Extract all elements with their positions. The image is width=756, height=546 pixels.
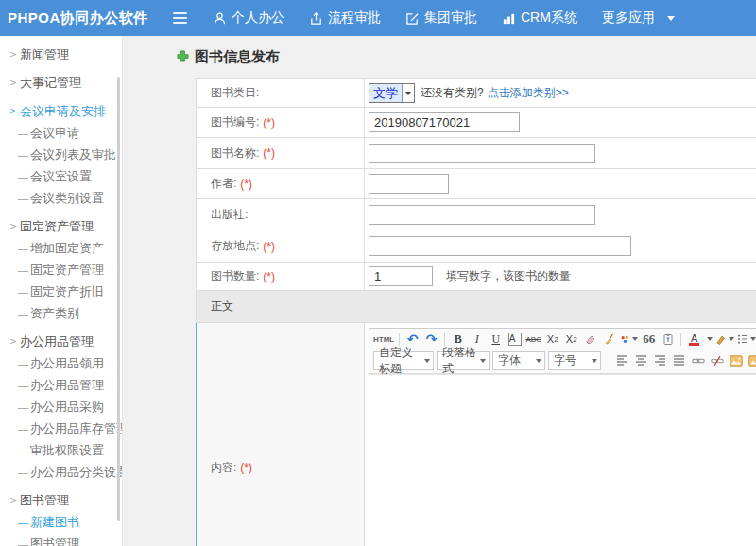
row-publisher: 出版社:	[196, 199, 756, 230]
font-size-select[interactable]: 字号	[548, 351, 601, 370]
sidebar-item[interactable]: ＞办公用品管理	[0, 331, 122, 352]
row-content: 内容:(*) HTML ↶ ↷ B I U A	[196, 323, 756, 546]
hamburger-menu-icon[interactable]	[173, 12, 187, 24]
sidebar-item[interactable]: ＞图书管理	[0, 489, 122, 511]
image-icon[interactable]	[728, 352, 744, 369]
quantity-input[interactable]	[369, 266, 433, 286]
align-justify-icon[interactable]	[671, 352, 687, 369]
align-right-icon[interactable]	[652, 352, 668, 369]
nav-more-apps[interactable]: 更多应用	[602, 9, 675, 26]
sidebar-item[interactable]: —新建图书	[0, 511, 122, 533]
strikethrough-button[interactable]: ABC	[525, 331, 541, 348]
dash-icon: —	[18, 358, 30, 369]
sidebar-item[interactable]: —固定资产管理	[0, 259, 122, 281]
unlink-icon[interactable]	[709, 352, 725, 369]
sidebar-item[interactable]: —固定资产折旧	[0, 281, 122, 302]
font-family-select[interactable]: 字体	[492, 351, 545, 370]
redo-icon[interactable]: ↷	[423, 331, 439, 348]
subscript-button[interactable]: X2	[563, 331, 579, 348]
quantity-hint: 填写数字，该图书的数量	[446, 268, 571, 284]
top-nav: 个人办公 流程审批 集团审批 CRM系统 更多应用	[213, 0, 675, 36]
user-icon	[213, 11, 227, 26]
link-icon[interactable]	[690, 352, 706, 369]
sidebar-item-label: 固定资产管理	[20, 218, 94, 235]
sidebar-item-label: 会议室设置	[30, 168, 92, 185]
sidebar-item[interactable]: —会议类别设置	[0, 187, 122, 209]
paragraph-format-select[interactable]: 段落格式	[437, 351, 490, 370]
ordered-list-dropdown[interactable]	[737, 331, 756, 348]
row-book-no: 图书编号:(*)	[196, 108, 756, 138]
book-name-input[interactable]	[369, 144, 595, 163]
sidebar-item[interactable]: —办公用品分类设置	[0, 461, 122, 483]
chevron-right-icon: ＞	[8, 103, 20, 119]
nav-workflow-approval[interactable]: 流程审批	[309, 9, 381, 26]
dash-icon: —	[18, 149, 30, 161]
sidebar-item[interactable]: —办公用品库存管理	[0, 418, 122, 439]
heading-select[interactable]: 自定义标题	[373, 351, 434, 370]
main-content: 图书信息发布 图书类目: 文学 还没有类别? 点击添加类别>> 图书编号:(*)	[123, 36, 756, 546]
nav-group-approval[interactable]: 集团审批	[405, 9, 477, 26]
blockquote-button[interactable]: 66	[641, 331, 657, 348]
underline-button[interactable]: U	[488, 331, 504, 348]
sidebar-item[interactable]: —图书管理	[0, 533, 122, 546]
superscript-button[interactable]: X2	[544, 331, 560, 348]
format-brush-icon[interactable]	[601, 331, 617, 348]
sidebar-item-label: 审批权限设置	[30, 442, 104, 459]
add-category-link[interactable]: 点击添加类别>>	[488, 85, 569, 101]
sidebar-item-label: 图书管理	[20, 492, 69, 509]
nav-label: CRM系统	[521, 9, 577, 26]
book-no-input[interactable]	[369, 112, 520, 132]
sidebar-item-label: 会议申请及安排	[20, 103, 106, 120]
row-quantity: 图书数量:(*) 填写数字，该图书的数量	[196, 263, 756, 291]
dash-icon: —	[18, 538, 30, 546]
sidebar-scrollbar[interactable]	[117, 77, 120, 521]
dash-icon: —	[18, 517, 30, 528]
sidebar-item[interactable]: —会议室设置	[0, 165, 122, 187]
chevron-right-icon: ＞	[8, 333, 20, 350]
paste-text-icon[interactable]	[660, 331, 676, 348]
highlight-marker-dropdown[interactable]	[715, 331, 734, 348]
sidebar-item-label: 资产类别	[30, 305, 79, 322]
nav-personal-office[interactable]: 个人办公	[213, 9, 284, 26]
align-left-icon[interactable]	[614, 352, 630, 369]
sidebar-item-label: 大事记管理	[20, 75, 81, 92]
nav-label: 集团审批	[424, 9, 477, 26]
sidebar-item[interactable]: —办公用品采购	[0, 396, 122, 418]
sidebar-item-label: 办公用品分类设置	[30, 464, 123, 481]
location-input[interactable]	[369, 236, 631, 256]
sidebar-item-label: 固定资产管理	[30, 262, 104, 279]
dash-icon: —	[18, 128, 30, 139]
sidebar-item[interactable]: ＞固定资产管理	[0, 215, 122, 237]
sidebar-item[interactable]: —资产类别	[0, 302, 122, 324]
row-location: 存放地点:(*)	[196, 230, 756, 263]
editor-toolbar-row2: 自定义标题 段落格式 字体 字号	[369, 350, 756, 374]
editor-content[interactable]	[369, 374, 756, 546]
row-book-name: 图书名称:(*)	[196, 138, 756, 169]
nav-label: 流程审批	[328, 9, 381, 26]
sidebar-item[interactable]: ＞大事记管理	[0, 72, 122, 94]
category-select[interactable]: 文学	[369, 83, 415, 103]
sidebar-item[interactable]: —审批权限设置	[0, 439, 122, 461]
insert-image-icon[interactable]	[747, 352, 756, 369]
font-color-dropdown[interactable]: A	[686, 331, 702, 348]
sidebar-item[interactable]: —办公用品管理	[0, 374, 122, 396]
publisher-input[interactable]	[369, 205, 595, 225]
sidebar-item[interactable]: —会议申请	[0, 122, 122, 144]
required-mark: (*)	[263, 270, 275, 283]
sidebar-item-label: 办公用品管理	[30, 377, 104, 394]
sidebar-item-label: 会议申请	[30, 125, 79, 142]
paint-color-dropdown-icon[interactable]	[620, 331, 638, 348]
author-input[interactable]	[369, 174, 449, 194]
sidebar-item-label: 办公用品库存管理	[30, 420, 123, 437]
dash-icon: —	[18, 380, 30, 391]
sidebar-item[interactable]: —会议列表及审批	[0, 144, 122, 165]
sidebar-item[interactable]: ＞新闻管理	[0, 43, 122, 65]
sidebar-item[interactable]: ＞会议申请及安排	[0, 100, 122, 122]
sidebar-item[interactable]: —办公用品领用	[0, 352, 122, 374]
sidebar-item[interactable]: —增加固定资产	[0, 237, 122, 259]
align-center-icon[interactable]	[633, 352, 649, 369]
eraser-icon[interactable]	[582, 331, 598, 348]
font-style-button[interactable]: A	[508, 333, 522, 346]
sidebar-item-label: 新闻管理	[20, 46, 69, 63]
nav-crm-system[interactable]: CRM系统	[502, 9, 577, 26]
